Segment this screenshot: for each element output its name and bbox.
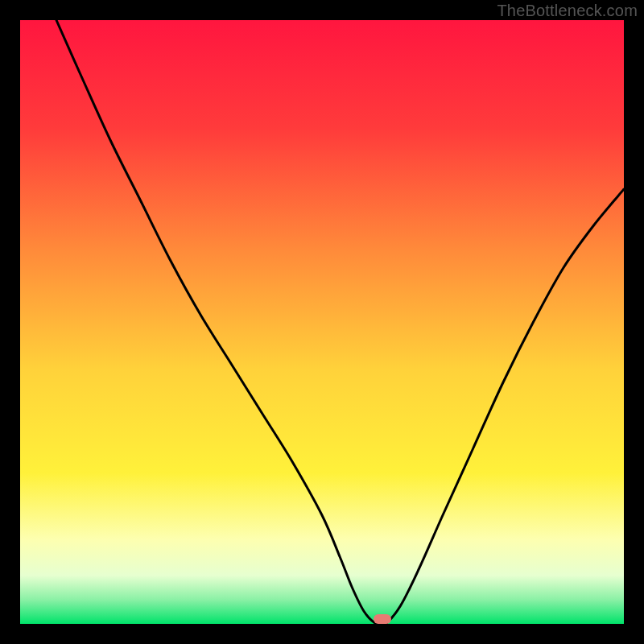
chart-frame: TheBottleneck.com: [0, 0, 644, 644]
optimum-marker: [374, 614, 391, 624]
watermark-text: TheBottleneck.com: [497, 2, 638, 20]
bottleneck-curve: [20, 20, 624, 624]
plot-area: [20, 20, 624, 624]
